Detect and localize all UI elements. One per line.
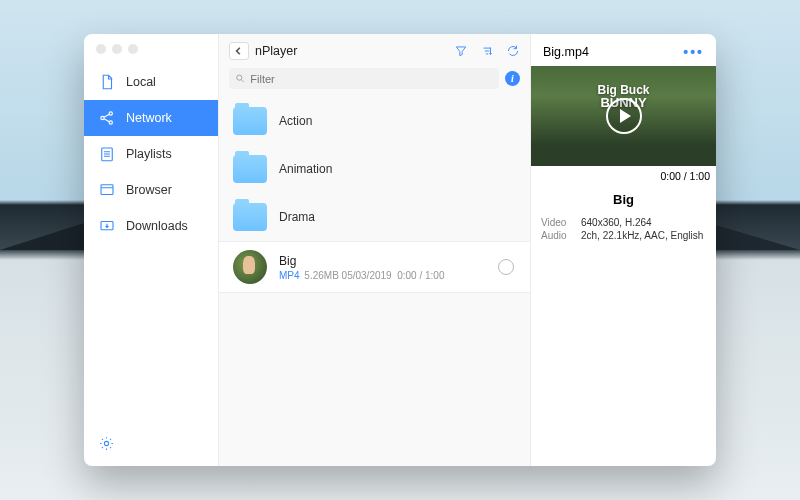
folder-row[interactable]: Drama [219, 193, 530, 241]
svg-point-6 [104, 441, 108, 445]
file-meta: MP4 5.26MB 05/03/2019 0:00 / 1:00 [279, 270, 486, 281]
sidebar-item-playlists[interactable]: Playlists [84, 136, 218, 172]
folder-name: Drama [279, 210, 315, 224]
settings-button[interactable] [84, 425, 218, 466]
sidebar-item-label: Browser [126, 183, 172, 197]
file-list: Action Animation Drama Big MP4 5.26MB 05… [219, 97, 530, 466]
sidebar-item-browser[interactable]: Browser [84, 172, 218, 208]
detail-title: Big [531, 186, 716, 217]
sidebar-item-local[interactable]: Local [84, 64, 218, 100]
info-button[interactable]: i [505, 71, 520, 86]
app-window: Local Network Playlists Browser Download… [84, 34, 716, 466]
sidebar-item-network[interactable]: Network [84, 100, 218, 136]
folder-name: Action [279, 114, 312, 128]
play-icon[interactable] [606, 98, 642, 134]
document-icon [98, 73, 116, 91]
folder-row[interactable]: Action [219, 97, 530, 145]
refresh-icon[interactable] [506, 44, 520, 58]
sidebar-item-label: Downloads [126, 219, 188, 233]
window-controls[interactable] [96, 44, 138, 54]
download-icon [98, 217, 116, 235]
filter-icon[interactable] [454, 44, 468, 58]
zoom-dot[interactable] [128, 44, 138, 54]
svg-point-2 [109, 121, 112, 124]
file-name: Big [279, 254, 486, 268]
chevron-left-icon [235, 47, 243, 55]
sidebar: Local Network Playlists Browser Download… [84, 34, 219, 466]
sidebar-item-downloads[interactable]: Downloads [84, 208, 218, 244]
more-button[interactable]: ••• [683, 44, 704, 60]
filter-input[interactable] [250, 73, 493, 85]
detail-panel: Big.mp4 ••• Big Buck BUNNY 0:00 / 1:00 B… [531, 34, 716, 466]
svg-rect-4 [101, 185, 113, 195]
browser-icon [98, 181, 116, 199]
file-thumbnail [233, 250, 267, 284]
detail-filename: Big.mp4 [543, 45, 589, 59]
breadcrumb: nPlayer [255, 44, 448, 58]
folder-icon [233, 155, 267, 183]
back-button[interactable] [229, 42, 249, 60]
gear-icon [98, 435, 115, 452]
media-specs: Video640x360, H.264 Audio2ch, 22.1kHz, A… [531, 217, 716, 243]
folder-name: Animation [279, 162, 332, 176]
minimize-dot[interactable] [112, 44, 122, 54]
list-doc-icon [98, 145, 116, 163]
close-dot[interactable] [96, 44, 106, 54]
share-icon [98, 109, 116, 127]
filter-input-wrap[interactable] [229, 68, 499, 89]
svg-point-0 [101, 116, 104, 119]
video-preview[interactable]: Big Buck BUNNY [531, 66, 716, 166]
svg-point-1 [109, 112, 112, 115]
folder-row[interactable]: Animation [219, 145, 530, 193]
svg-point-7 [237, 75, 242, 80]
select-radio[interactable] [498, 259, 514, 275]
file-browser: nPlayer i Action Animation [219, 34, 531, 466]
playback-time: 0:00 / 1:00 [531, 166, 716, 186]
folder-icon [233, 203, 267, 231]
sort-icon[interactable] [480, 44, 494, 58]
sidebar-item-label: Network [126, 111, 172, 125]
sidebar-item-label: Playlists [126, 147, 172, 161]
sidebar-item-label: Local [126, 75, 156, 89]
folder-icon [233, 107, 267, 135]
file-row[interactable]: Big MP4 5.26MB 05/03/2019 0:00 / 1:00 [219, 241, 530, 293]
search-icon [235, 73, 245, 84]
